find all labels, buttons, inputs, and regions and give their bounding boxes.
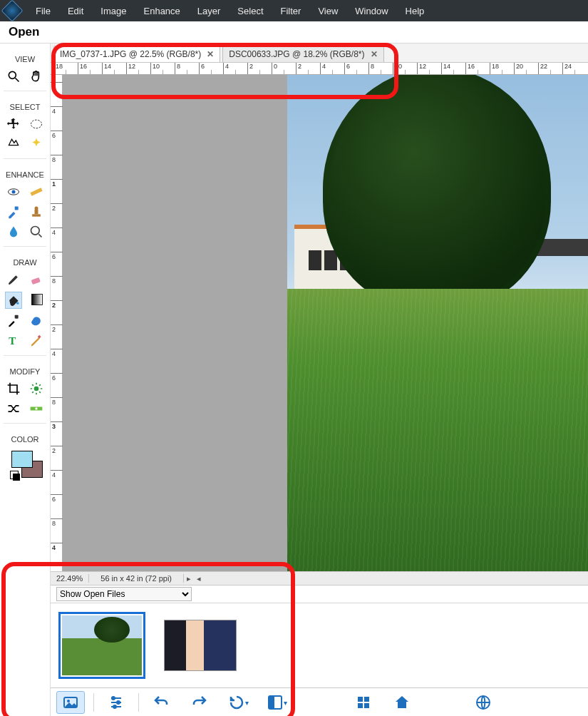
color-picker-icon[interactable] xyxy=(6,313,21,329)
menu-window[interactable]: Window xyxy=(346,6,396,16)
drop-tool-icon[interactable] xyxy=(6,224,21,240)
menu-edit[interactable]: Edit xyxy=(59,6,92,16)
eraser-tool-icon[interactable] xyxy=(29,272,44,287)
layout-icon[interactable]: ▾ xyxy=(263,692,290,713)
document-tab-1[interactable]: DSC00633.JPG @ 18.2% (RGB/8*) ✕ xyxy=(222,46,383,62)
photo-bin-toggle-icon[interactable] xyxy=(56,691,85,714)
tool-options-icon[interactable] xyxy=(103,692,130,713)
redeye-tool-icon[interactable] xyxy=(6,184,21,200)
zoom-tool-icon[interactable] xyxy=(6,68,21,84)
svg-text:T: T xyxy=(9,335,16,347)
rotate-icon[interactable]: ▾ xyxy=(225,692,252,713)
home-icon[interactable] xyxy=(388,692,416,713)
svg-point-10 xyxy=(31,227,40,235)
document-tab-label: IMG_0737-1.JPG @ 22.5% (RGB/8*) xyxy=(60,49,201,59)
crop-tool-icon[interactable] xyxy=(6,381,21,397)
organizer-icon[interactable] xyxy=(350,692,377,713)
section-draw: DRAW xyxy=(13,258,36,267)
color-swatch[interactable] xyxy=(10,449,40,476)
horizontal-ruler: 18161412108642024681012141618202224 xyxy=(51,63,588,75)
blob-brush-icon[interactable] xyxy=(29,313,44,329)
tool-sidebar: VIEW SELECT ENHANCE DRAW xyxy=(0,44,51,716)
canvas-scrollarea[interactable] xyxy=(63,75,588,571)
section-enhance: ENHANCE xyxy=(6,170,44,179)
svg-rect-31 xyxy=(358,697,363,702)
canvas-image[interactable] xyxy=(287,75,588,571)
section-view: VIEW xyxy=(15,55,35,63)
eyedropper-sample-icon[interactable] xyxy=(6,204,21,220)
paint-bucket-tool-icon[interactable] xyxy=(5,292,22,309)
menu-image[interactable]: Image xyxy=(92,6,135,16)
svg-rect-12 xyxy=(31,277,41,285)
work-area: IMG_0737-1.JPG @ 22.5% (RGB/8*) ✕ DSC006… xyxy=(51,44,588,716)
vertical-ruler: 24681246822468324684 xyxy=(51,75,63,571)
svg-rect-30 xyxy=(269,696,274,709)
lasso-tool-icon[interactable] xyxy=(6,136,21,152)
menu-enhance[interactable]: Enhance xyxy=(135,6,189,16)
svg-line-1 xyxy=(16,78,19,82)
share-globe-icon[interactable] xyxy=(470,692,497,713)
brush-tool-icon[interactable] xyxy=(6,272,21,287)
hand-tool-icon[interactable] xyxy=(29,68,44,84)
bottom-toolbar: ▾ ▾ xyxy=(51,687,588,716)
section-modify: MODIFY xyxy=(10,367,41,376)
document-tab-0[interactable]: IMG_0737-1.JPG @ 22.5% (RGB/8*) ✕ xyxy=(53,46,220,62)
section-select: SELECT xyxy=(10,103,41,111)
magnify-detail-icon[interactable] xyxy=(29,224,44,240)
text-tool-icon[interactable]: T xyxy=(6,333,21,349)
magic-wand-icon[interactable] xyxy=(29,136,44,152)
settings-gear-icon[interactable] xyxy=(29,381,44,397)
level-tool-icon[interactable] xyxy=(29,401,44,416)
svg-point-26 xyxy=(112,697,115,700)
marquee-tool-icon[interactable] xyxy=(29,116,44,132)
svg-rect-6 xyxy=(15,207,19,210)
photo-bin xyxy=(51,603,588,687)
menu-select[interactable]: Select xyxy=(229,6,272,16)
status-zoom[interactable]: 22.49% xyxy=(51,574,89,583)
svg-point-4 xyxy=(12,190,16,194)
mode-title: Open xyxy=(0,21,588,44)
svg-point-20 xyxy=(35,407,37,409)
app-logo-icon xyxy=(1,0,23,22)
pencil-tool-icon[interactable] xyxy=(29,333,44,349)
menu-file[interactable]: File xyxy=(27,6,59,16)
svg-rect-15 xyxy=(15,315,19,319)
document-tabs: IMG_0737-1.JPG @ 22.5% (RGB/8*) ✕ DSC006… xyxy=(51,44,588,63)
menu-filter[interactable]: Filter xyxy=(272,6,310,16)
status-scroll-left-icon[interactable]: ◂ xyxy=(194,574,204,583)
svg-point-18 xyxy=(34,387,39,392)
status-info-chevron-icon[interactable]: ▸ xyxy=(184,574,194,583)
svg-point-27 xyxy=(117,701,120,704)
redo-icon[interactable] xyxy=(186,692,213,713)
status-dimensions: 56 in x 42 in (72 ppi) xyxy=(89,574,184,583)
photo-bin-controls: Show Open Files xyxy=(51,585,588,603)
svg-rect-14 xyxy=(32,295,43,305)
bin-thumbnail-0[interactable] xyxy=(62,615,142,675)
svg-rect-5 xyxy=(30,188,42,196)
bin-thumbnail-1[interactable] xyxy=(160,615,240,675)
svg-point-28 xyxy=(113,705,116,708)
menu-layer[interactable]: Layer xyxy=(189,6,229,16)
section-color: COLOR xyxy=(11,435,38,444)
ruler-tool-icon[interactable] xyxy=(29,184,44,200)
menu-view[interactable]: View xyxy=(309,6,346,16)
close-tab-icon[interactable]: ✕ xyxy=(207,49,214,59)
document-tab-label: DSC00633.JPG @ 18.2% (RGB/8*) xyxy=(229,49,364,59)
move-tool-icon[interactable] xyxy=(6,116,21,132)
svg-point-22 xyxy=(67,700,70,702)
svg-rect-33 xyxy=(358,703,363,708)
svg-line-11 xyxy=(38,234,41,237)
stamp-tool-icon[interactable] xyxy=(29,204,44,220)
menu-help[interactable]: Help xyxy=(397,6,433,16)
shuffle-tool-icon[interactable] xyxy=(6,401,21,416)
svg-point-0 xyxy=(9,71,16,78)
canvas-offscreen-area xyxy=(63,75,288,571)
svg-rect-7 xyxy=(32,214,41,216)
undo-icon[interactable] xyxy=(148,692,175,713)
svg-point-2 xyxy=(31,120,42,128)
gradient-tool-icon[interactable] xyxy=(29,292,45,307)
svg-point-13 xyxy=(16,302,19,305)
status-bar: 22.49% 56 in x 42 in (72 ppi) ▸ ◂ xyxy=(51,571,588,585)
photo-bin-selector[interactable]: Show Open Files xyxy=(56,587,192,601)
close-tab-icon[interactable]: ✕ xyxy=(371,49,378,59)
